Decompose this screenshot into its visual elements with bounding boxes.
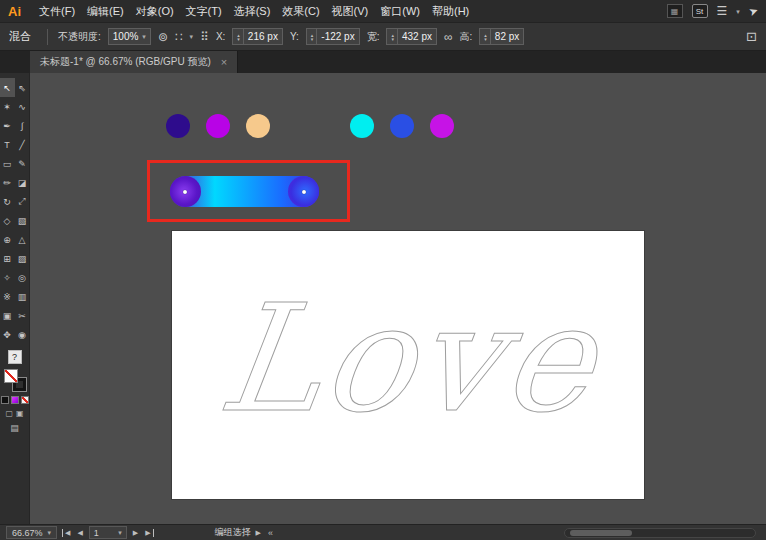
horizontal-scrollbar[interactable] bbox=[564, 528, 756, 538]
stepper-down-icon[interactable]: ▾ bbox=[311, 37, 314, 41]
chevron-down-icon[interactable]: ▾ bbox=[736, 8, 740, 15]
none-button[interactable] bbox=[21, 396, 29, 404]
color-circle-4[interactable] bbox=[390, 114, 414, 138]
gradient-tool[interactable]: ▨ bbox=[15, 249, 30, 268]
stepper-icon[interactable]: ▴▾ bbox=[311, 29, 318, 44]
stepper-icon[interactable]: ▴▾ bbox=[484, 29, 491, 44]
width-tool[interactable]: ◇ bbox=[0, 211, 15, 230]
scrollbar-thumb[interactable] bbox=[570, 530, 632, 536]
color-circle-0[interactable] bbox=[166, 114, 190, 138]
stepper-down-icon[interactable]: ▾ bbox=[484, 37, 487, 41]
color-circle-2[interactable] bbox=[246, 114, 270, 138]
magic-wand-tool[interactable]: ✶ bbox=[0, 97, 15, 116]
shaper-tool[interactable]: ✏ bbox=[0, 173, 15, 192]
first-artboard-button[interactable]: ◀ bbox=[62, 529, 71, 537]
menu-item-0[interactable]: 文件(F) bbox=[33, 4, 81, 19]
type-tool[interactable]: T bbox=[0, 135, 15, 154]
fill-swatch[interactable] bbox=[4, 369, 18, 383]
pen-tool[interactable]: ✒ bbox=[0, 116, 15, 135]
menu-item-5[interactable]: 效果(C) bbox=[276, 4, 325, 19]
hand-tool[interactable]: ✥ bbox=[0, 325, 15, 344]
draw-behind-icon[interactable]: ▣ bbox=[16, 409, 24, 418]
rectangle-tool[interactable]: ▭ bbox=[0, 154, 15, 173]
width-label: 宽: bbox=[367, 30, 380, 44]
color-circle-5[interactable] bbox=[430, 114, 454, 138]
line-segment-tool[interactable]: ╱ bbox=[15, 135, 30, 154]
stepper-icon[interactable]: ▴▾ bbox=[391, 29, 398, 44]
y-label: Y: bbox=[290, 31, 299, 42]
menu-item-4[interactable]: 选择(S) bbox=[228, 4, 277, 19]
x-input[interactable]: ▴▾ 216 px bbox=[232, 28, 283, 45]
blend-object[interactable] bbox=[170, 176, 319, 207]
transform-panel-icon[interactable]: ⊡ bbox=[746, 30, 757, 43]
artboard-tool[interactable]: ▣ bbox=[0, 306, 15, 325]
draw-normal-icon[interactable]: ▢ bbox=[5, 409, 13, 418]
collapse-icon[interactable]: « bbox=[268, 528, 273, 538]
stepper-icon[interactable]: ▴▾ bbox=[237, 29, 244, 44]
prev-artboard-button[interactable]: ◀ bbox=[76, 529, 83, 537]
lasso-tool[interactable]: ∿ bbox=[15, 97, 30, 116]
love-text-path[interactable]: Love bbox=[211, 285, 606, 433]
gradient-button[interactable] bbox=[11, 396, 19, 404]
workspace-icon[interactable]: ☰ bbox=[717, 5, 728, 17]
constrain-proportions-icon[interactable]: ∞ bbox=[444, 31, 453, 43]
recolor-artwork-icon[interactable]: ⊚ bbox=[158, 31, 168, 43]
stepper-down-icon[interactable]: ▾ bbox=[391, 37, 394, 41]
column-graph-tool[interactable]: ▥ bbox=[15, 287, 30, 306]
stock-badge[interactable]: St bbox=[692, 4, 708, 18]
color-circle-1[interactable] bbox=[206, 114, 230, 138]
app-grid-icon[interactable]: ▦ bbox=[667, 4, 683, 18]
zoom-tool[interactable]: ◉ bbox=[15, 325, 30, 344]
menu-item-1[interactable]: 编辑(E) bbox=[81, 4, 130, 19]
y-input[interactable]: ▴▾ -122 px bbox=[306, 28, 360, 45]
opacity-input[interactable]: 100% ▾ bbox=[108, 28, 151, 45]
eraser-tool[interactable]: ◪ bbox=[15, 173, 30, 192]
width-input[interactable]: ▴▾ 432 px bbox=[386, 28, 437, 45]
perspective-grid-tool[interactable]: △ bbox=[15, 230, 30, 249]
color-button[interactable] bbox=[1, 396, 9, 404]
document-tab[interactable]: 未标题-1* @ 66.67% (RGB/GPU 预览) × bbox=[30, 51, 238, 73]
chevron-down-icon: ▾ bbox=[142, 33, 146, 40]
canvas[interactable]: Love bbox=[30, 73, 766, 524]
slice-tool[interactable]: ✂ bbox=[15, 306, 30, 325]
blend-tool[interactable]: ◎ bbox=[15, 268, 30, 287]
eyedropper-tool[interactable]: ✧ bbox=[0, 268, 15, 287]
height-label: 高: bbox=[460, 30, 473, 44]
share-icon[interactable]: ➤ bbox=[747, 3, 760, 18]
status-menu-arrow-icon[interactable]: ▶ bbox=[256, 529, 261, 537]
screen-mode-button[interactable]: ▤ bbox=[10, 423, 19, 433]
scale-tool[interactable]: ⤢ bbox=[15, 192, 30, 211]
curvature-tool[interactable]: ∫ bbox=[15, 116, 30, 135]
fill-stroke-indicator[interactable] bbox=[4, 369, 26, 391]
menu-item-7[interactable]: 窗口(W) bbox=[374, 4, 426, 19]
artboard-number: 1 bbox=[94, 528, 99, 538]
anchor-point bbox=[302, 190, 306, 194]
height-input[interactable]: ▴▾ 82 px bbox=[479, 28, 524, 45]
close-icon[interactable]: × bbox=[221, 56, 227, 68]
next-artboard-button[interactable]: ▶ bbox=[132, 529, 139, 537]
last-artboard-button[interactable]: ▶ bbox=[144, 529, 153, 537]
stepper-down-icon[interactable]: ▾ bbox=[237, 37, 240, 41]
main-area: ↖⇖✶∿✒∫T╱▭✎✏◪↻⤢◇▧⊕△⊞▨✧◎※▥▣✂✥◉ ? ▢ ▣ ▤ bbox=[0, 73, 766, 524]
menu-item-2[interactable]: 对象(O) bbox=[130, 4, 180, 19]
direct-selection-tool[interactable]: ⇖ bbox=[15, 78, 30, 97]
free-transform-tool[interactable]: ▧ bbox=[15, 211, 30, 230]
help-button[interactable]: ? bbox=[8, 350, 22, 364]
artboard[interactable]: Love bbox=[172, 231, 644, 499]
menu-item-6[interactable]: 视图(V) bbox=[326, 4, 375, 19]
paintbrush-tool[interactable]: ✎ bbox=[15, 154, 30, 173]
anchor-point bbox=[183, 190, 187, 194]
selection-tool[interactable]: ↖ bbox=[0, 78, 15, 97]
symbol-sprayer-tool[interactable]: ※ bbox=[0, 287, 15, 306]
shape-builder-tool[interactable]: ⊕ bbox=[0, 230, 15, 249]
mesh-tool[interactable]: ⊞ bbox=[0, 249, 15, 268]
zoom-level-select[interactable]: 66.67% ▾ bbox=[6, 526, 57, 539]
control-bar: 混合 不透明度: 100% ▾ ⊚ ∷ ▾ ⠿ X: ▴▾ 216 px Y: … bbox=[0, 22, 766, 51]
color-circle-3[interactable] bbox=[350, 114, 374, 138]
rotate-tool[interactable]: ↻ bbox=[0, 192, 15, 211]
menu-item-3[interactable]: 文字(T) bbox=[180, 4, 228, 19]
artboard-number-select[interactable]: 1 ▾ bbox=[89, 526, 127, 539]
options-grid-icon[interactable]: ⠿ bbox=[200, 31, 209, 43]
align-icon[interactable]: ∷ bbox=[175, 31, 183, 43]
menu-item-8[interactable]: 帮助(H) bbox=[426, 4, 475, 19]
